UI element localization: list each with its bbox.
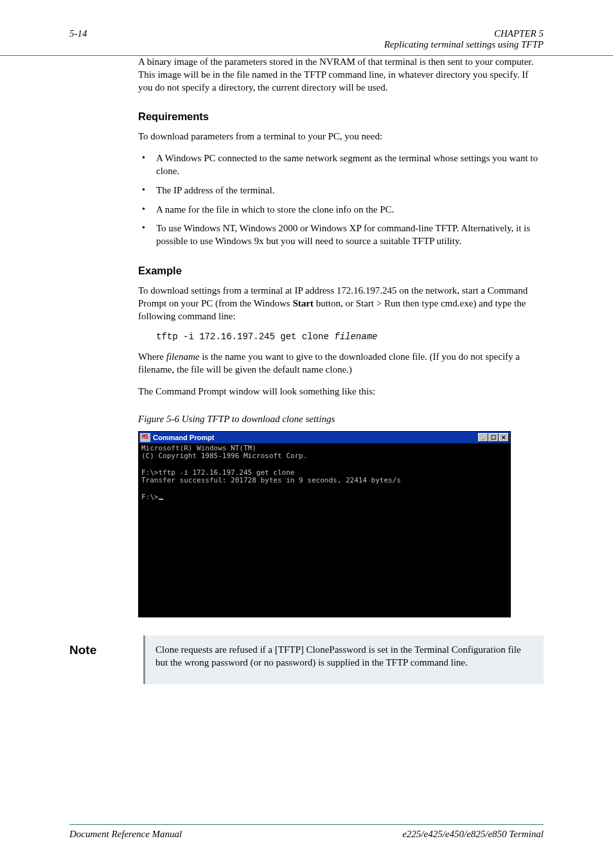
terminal-line: F:\>tftp -i 172.16.197.245 get clone xyxy=(141,468,294,477)
window-buttons: _ ☐ ✕ xyxy=(478,433,509,442)
cmd-variable: filename xyxy=(334,332,377,342)
example-paragraph-3: The Command Prompt window will look some… xyxy=(138,385,544,398)
list-item: A Windows PC connected to the same netwo… xyxy=(138,152,544,178)
page-number-top: 5-14 xyxy=(69,28,87,39)
window-titlebar: MS Command Prompt _ ☐ ✕ xyxy=(139,432,510,443)
cmd-text: tftp -i 172.16.197.245 get clone xyxy=(156,332,334,342)
terminal-line: (C) Copyright 1985-1996 Microsoft Corp. xyxy=(141,452,307,460)
chapter-title: Replicating terminal settings using TFTP xyxy=(384,39,544,50)
terminal-line: Microsoft(R) Windows NT(TM) xyxy=(141,444,256,452)
command-prompt-window: MS Command Prompt _ ☐ ✕ Microsoft(R) Win… xyxy=(138,431,511,617)
subhead-example: Example xyxy=(138,265,544,277)
footer-left: Document Reference Manual xyxy=(69,829,182,840)
requirements-intro: To download parameters from a terminal t… xyxy=(138,130,544,143)
window-title: Command Prompt xyxy=(153,434,475,441)
page-header: 5-14 CHAPTER 5 Replicating terminal sett… xyxy=(0,0,613,56)
msdos-icon: MS xyxy=(140,433,150,442)
page-footer: Document Reference Manual e225/e425/e450… xyxy=(69,824,544,840)
varname: filename xyxy=(166,351,200,362)
list-item: To use Windows NT, Windows 2000 or Windo… xyxy=(138,222,544,248)
minimize-button[interactable]: _ xyxy=(478,433,488,442)
note-block: Note Clone requests are refused if a [TF… xyxy=(69,635,544,685)
note-label: Note xyxy=(69,635,143,657)
subhead-requirements: Requirements xyxy=(138,111,544,123)
list-item: A name for the file in which to store th… xyxy=(138,204,544,217)
text-run: Where xyxy=(138,351,166,362)
maximize-button[interactable]: ☐ xyxy=(488,433,499,442)
example-paragraph-1: To download settings from a terminal at … xyxy=(138,285,544,323)
list-item: The IP address of the terminal. xyxy=(138,184,544,197)
example-command: tftp -i 172.16.197.245 get clone filenam… xyxy=(156,332,544,342)
terminal-line: Transfer successful: 201728 bytes in 9 s… xyxy=(141,476,401,484)
bold-start: Start xyxy=(292,298,314,308)
intro-paragraph: A binary image of the parameters stored … xyxy=(138,56,544,94)
requirements-list: A Windows PC connected to the same netwo… xyxy=(138,152,544,248)
cursor-icon xyxy=(159,499,163,500)
footer-right: e225/e425/e450/e825/e850 Terminal xyxy=(402,829,544,840)
example-paragraph-2: Where filename is the name you want to g… xyxy=(138,351,544,376)
chapter-header: CHAPTER 5 Replicating terminal settings … xyxy=(384,28,544,50)
close-button[interactable]: ✕ xyxy=(499,433,509,442)
terminal-prompt: F:\> xyxy=(141,493,159,501)
figure-caption: Figure 5-6 Using TFTP to download clone … xyxy=(138,414,544,425)
chapter-number: CHAPTER 5 xyxy=(384,28,544,39)
note-text: Clone requests are refused if a [TFTP] C… xyxy=(143,635,544,685)
terminal-body[interactable]: Microsoft(R) Windows NT(TM) (C) Copyrigh… xyxy=(139,443,510,617)
